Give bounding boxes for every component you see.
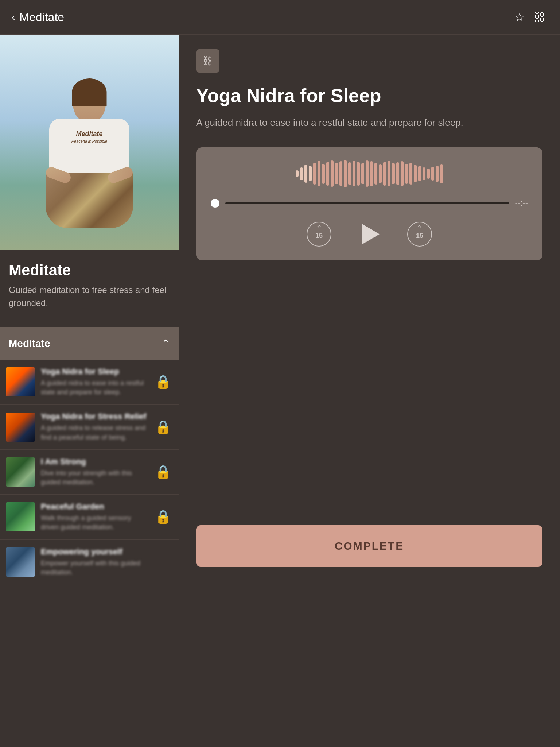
waveform-bar xyxy=(392,163,395,184)
waveform-bar xyxy=(339,161,342,186)
person-figure: Meditate Peaceful is Possible xyxy=(42,82,137,228)
header-right: ☆ ⛓ xyxy=(514,10,545,24)
list-item[interactable]: Yoga Nidra for Stress Relief A guided ni… xyxy=(0,405,179,449)
channel-title: Meditate xyxy=(9,262,170,279)
list-item[interactable]: Yoga Nidra for Sleep A guided nidra to e… xyxy=(0,360,179,405)
item-title: Yoga Nidra for Stress Relief xyxy=(41,412,149,421)
item-info: I Am Strong Dive into your strength with… xyxy=(41,457,149,487)
channel-info: Meditate Guided meditation to free stres… xyxy=(0,250,179,318)
item-info: Yoga Nidra for Sleep A guided nidra to e… xyxy=(41,367,149,397)
link-icon: ⛓ xyxy=(203,55,213,67)
channel-description: Guided meditation to free stress and fee… xyxy=(9,283,170,310)
waveform-bar xyxy=(300,167,303,180)
waveform-bar xyxy=(366,160,369,187)
item-info: Peaceful Garden Walk through a guided se… xyxy=(41,502,149,532)
progress-track[interactable] xyxy=(225,202,509,204)
item-thumbnail xyxy=(6,367,35,396)
item-title: Empowering yourself xyxy=(41,547,171,557)
waveform-bar xyxy=(383,162,386,186)
lock-icon: 🔒 xyxy=(155,509,171,525)
waveform-bar xyxy=(388,161,390,186)
playlist-items: Yoga Nidra for Sleep A guided nidra to e… xyxy=(0,360,179,584)
lock-icon: 🔒 xyxy=(155,464,171,480)
hero-image: Meditate Peaceful is Possible xyxy=(0,35,179,250)
skip-back-label: 15 xyxy=(315,232,323,240)
item-thumbnail xyxy=(6,457,35,487)
waveform-bar xyxy=(401,161,404,186)
waveform-bar xyxy=(313,163,316,185)
item-thumbnail xyxy=(6,547,35,577)
waveform-bar xyxy=(427,169,430,179)
progress-container[interactable]: --:-- xyxy=(211,198,528,208)
waveform-bar xyxy=(318,161,320,186)
left-panel: Meditate Peaceful is Possible Meditate G… xyxy=(0,35,179,584)
waveform-bar xyxy=(396,162,399,185)
waveform-bar xyxy=(309,166,312,181)
waveform-bar xyxy=(344,160,347,187)
progress-handle[interactable] xyxy=(211,199,219,208)
list-item[interactable]: Peaceful Garden Walk through a guided se… xyxy=(0,495,179,539)
waveform-bar xyxy=(331,160,334,187)
waveform-bar xyxy=(348,162,351,185)
audio-player: --:-- ↶ 15 15 ↷ xyxy=(196,147,542,260)
play-triangle-icon xyxy=(362,224,380,244)
time-display: --:-- xyxy=(515,198,528,208)
waveform-bar xyxy=(304,165,307,183)
skip-forward-label: 15 xyxy=(416,232,423,240)
waveform-bar xyxy=(431,167,434,181)
waveform-bar xyxy=(436,166,439,182)
header-left: ‹ Meditate xyxy=(12,11,64,24)
complete-btn-container: COMPLETE xyxy=(196,525,542,567)
waveform-bar xyxy=(440,164,443,183)
item-title: I Am Strong xyxy=(41,457,149,467)
waveform-bar xyxy=(405,164,408,184)
waveform-bar xyxy=(322,164,325,184)
waveform-bar xyxy=(379,164,382,183)
list-item[interactable]: Empowering yourself Empower yourself wit… xyxy=(0,540,179,584)
skip-forward-button[interactable]: 15 ↷ xyxy=(407,222,432,247)
item-thumbnail xyxy=(6,502,35,531)
waveform-bar xyxy=(423,167,425,180)
item-description: Walk through a guided sensory driven gui… xyxy=(41,514,149,532)
main-content: Meditate Peaceful is Possible Meditate G… xyxy=(0,35,560,584)
shirt-text: Meditate Peaceful is Possible xyxy=(71,129,107,144)
waveform xyxy=(211,159,528,188)
right-panel: ⛓ Yoga Nidra for Sleep A guided nidra to… xyxy=(179,35,560,584)
player-controls: ↶ 15 15 ↷ xyxy=(211,220,528,249)
play-button[interactable] xyxy=(355,220,384,249)
playlist-header[interactable]: Meditate ⌃ xyxy=(0,327,179,360)
skip-back-button[interactable]: ↶ 15 xyxy=(307,222,331,247)
item-info: Empowering yourself Empower yourself wit… xyxy=(41,547,171,577)
playlist-header-title: Meditate xyxy=(9,338,50,349)
waveform-bar xyxy=(414,165,417,182)
item-title: Peaceful Garden xyxy=(41,502,149,511)
waveform-bar xyxy=(335,163,338,184)
hero-figure: Meditate Peaceful is Possible xyxy=(0,35,179,250)
lock-icon: 🔒 xyxy=(155,374,171,390)
content-description: A guided nidra to ease into a restful st… xyxy=(196,116,542,130)
waveform-bar xyxy=(326,162,329,186)
waveform-bar xyxy=(370,161,373,186)
lock-icon: 🔒 xyxy=(155,419,171,435)
back-button[interactable]: ‹ xyxy=(12,11,15,23)
header-title: Meditate xyxy=(19,11,64,24)
item-title: Yoga Nidra for Sleep xyxy=(41,367,149,376)
item-info: Yoga Nidra for Stress Relief A guided ni… xyxy=(41,412,149,442)
item-description: Empower yourself with this guided medita… xyxy=(41,559,171,577)
waveform-bar xyxy=(409,163,412,185)
waveform-bar xyxy=(361,163,364,184)
playlist-section: Meditate ⌃ Yoga Nidra for Sleep A guided… xyxy=(0,327,179,584)
item-description: A guided nidra to ease into a restful st… xyxy=(41,379,149,397)
complete-button[interactable]: COMPLETE xyxy=(196,525,542,567)
waveform-bar xyxy=(374,163,377,185)
content-title: Yoga Nidra for Sleep xyxy=(196,84,542,107)
bookmark-icon[interactable]: ☆ xyxy=(514,10,525,24)
item-description: Dive into your strength with this guided… xyxy=(41,469,149,487)
content-link-icon: ⛓ xyxy=(196,49,219,73)
app-header: ‹ Meditate ☆ ⛓ xyxy=(0,0,560,35)
waveform-bar xyxy=(296,170,299,177)
item-description: A guided nidra to release stress and fin… xyxy=(41,423,149,442)
list-item[interactable]: I Am Strong Dive into your strength with… xyxy=(0,450,179,495)
link-header-icon[interactable]: ⛓ xyxy=(534,11,545,24)
item-thumbnail xyxy=(6,413,35,442)
